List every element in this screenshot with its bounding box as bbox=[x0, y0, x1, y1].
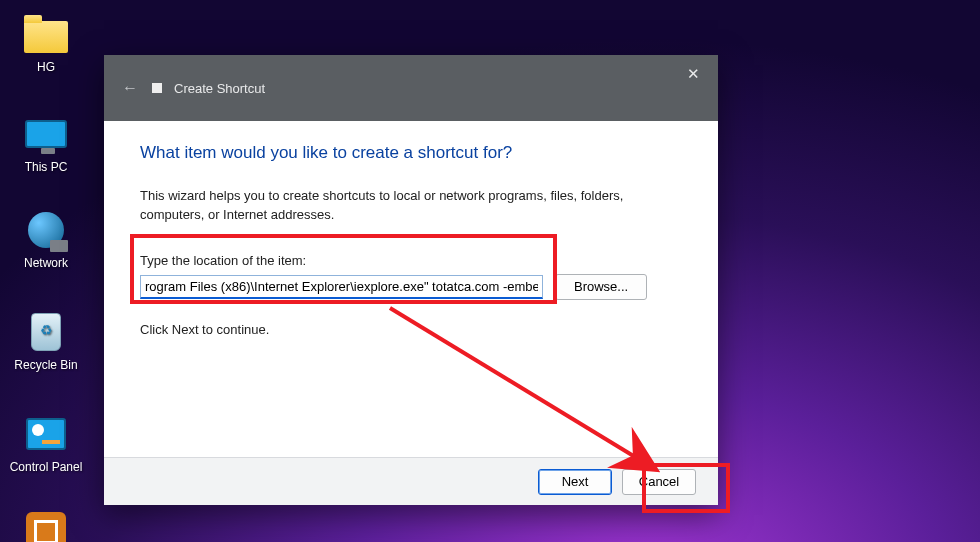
location-label: Type the location of the item: bbox=[140, 253, 682, 268]
location-input[interactable] bbox=[140, 275, 543, 299]
desktop-icon-this-pc[interactable]: This PC bbox=[8, 112, 84, 174]
desktop-icon-recycle-bin[interactable]: Recycle Bin bbox=[8, 310, 84, 372]
desktop-icon-label: This PC bbox=[25, 160, 68, 174]
desktop-icon-label: Recycle Bin bbox=[14, 358, 77, 372]
network-icon bbox=[22, 208, 70, 252]
next-button[interactable]: Next bbox=[538, 469, 612, 495]
computer-icon bbox=[22, 112, 70, 156]
desktop-icon-control-panel[interactable]: Control Panel bbox=[8, 412, 84, 474]
create-shortcut-dialog: ← Create Shortcut ✕ What item would you … bbox=[104, 55, 718, 505]
titlebar[interactable]: ← Create Shortcut ✕ bbox=[104, 55, 718, 121]
dialog-title: Create Shortcut bbox=[174, 81, 265, 96]
desktop-icon-label: Network bbox=[24, 256, 68, 270]
dialog-description: This wizard helps you to create shortcut… bbox=[140, 187, 660, 225]
desktop-icon-label: Control Panel bbox=[10, 460, 83, 474]
recycle-bin-icon bbox=[22, 310, 70, 354]
desktop-icon-label: HG bbox=[37, 60, 55, 74]
close-icon[interactable]: ✕ bbox=[687, 65, 700, 83]
dialog-body: What item would you like to create a sho… bbox=[104, 121, 718, 457]
button-bar: Next Cancel bbox=[104, 457, 718, 505]
dialog-heading: What item would you like to create a sho… bbox=[140, 143, 682, 163]
browse-button[interactable]: Browse... bbox=[555, 274, 647, 300]
control-panel-icon bbox=[22, 412, 70, 456]
desktop-icon-vmware[interactable] bbox=[8, 510, 84, 542]
shortcut-wizard-icon bbox=[152, 83, 162, 93]
desktop-icon-hg[interactable]: HG bbox=[8, 12, 84, 74]
location-field-group: Type the location of the item: Browse... bbox=[140, 253, 682, 300]
continue-hint: Click Next to continue. bbox=[140, 322, 682, 337]
cancel-button[interactable]: Cancel bbox=[622, 469, 696, 495]
vmware-icon bbox=[22, 510, 70, 542]
folder-icon bbox=[22, 12, 70, 56]
desktop-icon-network[interactable]: Network bbox=[8, 208, 84, 270]
back-arrow-icon[interactable]: ← bbox=[122, 79, 138, 97]
